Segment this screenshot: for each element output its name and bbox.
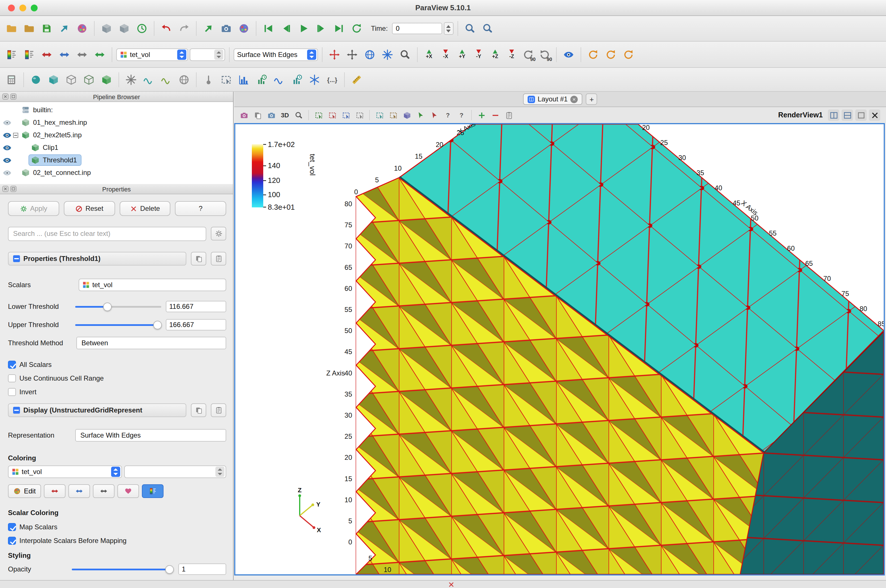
zoom-closest-to-data-icon[interactable] xyxy=(379,46,396,62)
interactive-select-cells-icon[interactable] xyxy=(414,109,427,122)
time-stepper[interactable] xyxy=(444,22,453,35)
rotate-counterclockwise-icon[interactable] xyxy=(603,46,619,62)
view-plus-x-button[interactable]: +X xyxy=(422,46,436,62)
group-datasets-icon[interactable] xyxy=(176,72,192,87)
visibility-eye-icon[interactable] xyxy=(2,130,12,140)
visibility-eye-icon[interactable] xyxy=(2,118,12,128)
maximize-view-button[interactable] xyxy=(855,110,867,121)
collapse-icon[interactable] xyxy=(13,407,20,414)
pipeline-item-threshold1[interactable]: Threshold1 xyxy=(0,154,233,166)
grow-selection-icon[interactable] xyxy=(475,109,488,122)
plot-over-line-icon[interactable] xyxy=(271,72,287,87)
opacity-slider[interactable] xyxy=(72,565,174,574)
properties-close-button[interactable] xyxy=(2,186,9,192)
threshold-method-dropdown[interactable]: Between xyxy=(76,337,226,349)
probe-location-icon[interactable] xyxy=(201,72,216,87)
properties-section-header[interactable]: Properties (Threshold1) xyxy=(8,252,186,266)
tab-close-icon[interactable] xyxy=(571,95,578,103)
upper-threshold-slider[interactable] xyxy=(75,320,161,329)
reset-camera-closest-icon[interactable] xyxy=(344,46,360,62)
visibility-eye-icon[interactable] xyxy=(2,168,12,177)
loop-icon[interactable] xyxy=(349,21,365,36)
rescale-to-visible-range-button[interactable] xyxy=(93,484,114,498)
lower-threshold-value[interactable] xyxy=(166,301,226,312)
pipeline-item-02-hex2tet5[interactable]: 02_hex2tet5.inp xyxy=(0,129,233,141)
delete-button[interactable]: Delete xyxy=(119,201,171,216)
paste-properties-button[interactable] xyxy=(211,252,226,266)
select-points-through-icon[interactable] xyxy=(353,109,366,122)
copy-display-button[interactable] xyxy=(191,404,206,417)
select-cells-on-icon[interactable] xyxy=(312,109,325,122)
all-scalars-checkbox[interactable] xyxy=(8,361,16,369)
lower-threshold-slider[interactable] xyxy=(75,302,161,311)
plot-selection-over-time-icon[interactable] xyxy=(289,72,305,87)
invert-checkbox[interactable] xyxy=(8,388,16,396)
clip-filter-icon[interactable] xyxy=(46,72,61,87)
rotate-90-cw-button[interactable]: 90 xyxy=(521,46,535,62)
previous-frame-icon[interactable] xyxy=(278,21,294,36)
play-icon[interactable] xyxy=(296,21,312,36)
opacity-value[interactable] xyxy=(178,564,226,575)
visibility-eye-icon[interactable] xyxy=(2,143,12,152)
stream-tracer-icon[interactable] xyxy=(141,72,157,87)
ruler-icon[interactable] xyxy=(349,72,365,87)
catalyst-connect-icon[interactable] xyxy=(99,21,114,36)
edit-color-map-button[interactable]: Edit xyxy=(8,484,41,498)
catalyst-results-icon[interactable] xyxy=(116,21,132,36)
hover-cells-icon[interactable]: ? xyxy=(442,109,454,122)
select-cells-through-icon[interactable] xyxy=(340,109,352,122)
slice-filter-icon[interactable] xyxy=(63,72,79,87)
representation-combo[interactable]: Surface With Edges xyxy=(234,48,318,61)
reset-button[interactable]: Reset xyxy=(64,201,115,216)
color-by-combo[interactable]: tet_vol xyxy=(116,48,188,61)
reset-camera-icon[interactable] xyxy=(327,46,342,62)
temporal-interpolator-icon[interactable] xyxy=(307,72,322,87)
rescale-to-custom-range-button[interactable] xyxy=(68,484,90,498)
shrink-selection-icon[interactable] xyxy=(489,109,501,122)
reset-rotation-icon[interactable] xyxy=(621,46,636,62)
copy-properties-button[interactable] xyxy=(191,252,206,266)
view-minus-x-button[interactable]: -X xyxy=(438,46,453,62)
adjust-camera-icon[interactable] xyxy=(292,109,305,122)
capture-screenshot-icon[interactable] xyxy=(265,109,277,122)
tab-layout-1[interactable]: Layout #1 xyxy=(523,93,582,105)
save-state-icon[interactable] xyxy=(21,21,37,36)
view-plus-y-button[interactable]: +Y xyxy=(455,46,469,62)
close-statusbar-icon[interactable] xyxy=(448,581,455,588)
add-layout-tab-button[interactable]: + xyxy=(586,93,597,105)
collapse-expander[interactable] xyxy=(13,132,18,138)
view-minus-z-button[interactable]: -Z xyxy=(504,46,519,62)
scalars-combo[interactable]: tet_vol xyxy=(79,279,226,291)
save-data-icon[interactable] xyxy=(39,21,55,36)
visibility-eye-icon[interactable] xyxy=(2,155,12,165)
choose-preset-button[interactable] xyxy=(117,484,139,498)
zoom-to-box-icon[interactable] xyxy=(397,46,413,62)
next-frame-icon[interactable] xyxy=(313,21,329,36)
calculator-icon[interactable] xyxy=(3,72,19,87)
rescale-custom-range-icon[interactable] xyxy=(56,46,72,62)
first-frame-icon[interactable] xyxy=(260,21,276,36)
edit-view-options-icon[interactable] xyxy=(238,109,250,122)
zoom-to-data-icon[interactable] xyxy=(462,21,478,36)
split-horizontal-button[interactable] xyxy=(841,110,853,121)
undo-icon[interactable] xyxy=(158,21,174,36)
last-frame-icon[interactable] xyxy=(331,21,347,36)
view-plus-z-button[interactable]: +Z xyxy=(488,46,502,62)
export-scene-icon[interactable] xyxy=(56,21,72,36)
copy-view-icon[interactable] xyxy=(251,109,264,122)
properties-float-button[interactable] xyxy=(10,186,16,192)
rescale-visible-range-icon[interactable] xyxy=(92,46,108,62)
contour-icon[interactable] xyxy=(28,72,44,87)
toggle-interaction-mode-button[interactable]: 3D xyxy=(279,109,291,122)
screenshot-icon[interactable] xyxy=(218,21,234,36)
rescale-data-range-icon[interactable] xyxy=(39,46,55,62)
auto-apply-icon[interactable] xyxy=(201,21,216,36)
select-block-icon[interactable] xyxy=(400,109,413,122)
timer-icon[interactable] xyxy=(134,21,150,36)
warp-filter-icon[interactable] xyxy=(158,72,174,87)
search-options-gear-button[interactable] xyxy=(211,227,226,240)
plot-over-time-icon[interactable] xyxy=(253,72,270,87)
interactive-select-points-icon[interactable] xyxy=(428,109,441,122)
upper-threshold-value[interactable] xyxy=(166,319,226,330)
extract-subset-icon[interactable] xyxy=(99,72,114,87)
